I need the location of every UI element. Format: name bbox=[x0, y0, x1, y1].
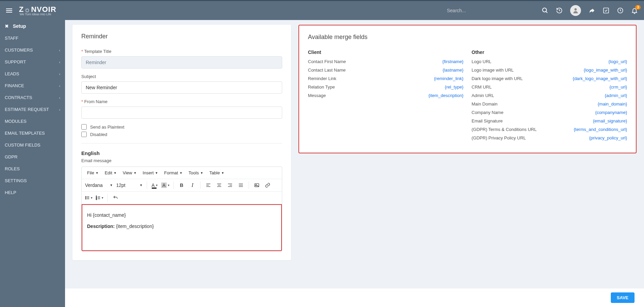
sidebar-item-modules[interactable]: MODULES bbox=[0, 115, 65, 127]
merge-field-token[interactable]: {logo_image_with_url} bbox=[584, 68, 627, 73]
merge-field-token[interactable]: {reminder_link} bbox=[434, 76, 463, 81]
svg-rect-3 bbox=[604, 8, 609, 13]
brand-logo[interactable]: Z☼NVOIR We Turn Ideas Into Life bbox=[19, 5, 56, 16]
editor-menu-table[interactable]: Table▼ bbox=[207, 169, 227, 177]
sidebar-item-label: MODULES bbox=[5, 119, 26, 124]
merge-field-row: (GDPR) Privacy Policy URL{privacy_policy… bbox=[472, 135, 627, 140]
sidebar-item-customers[interactable]: CUSTOMERS‹ bbox=[0, 44, 65, 56]
merge-field-token[interactable]: {crm_url} bbox=[609, 84, 627, 90]
editor-menu-insert[interactable]: Insert▼ bbox=[140, 169, 161, 177]
merge-field-name: Relation Type bbox=[308, 84, 335, 90]
clock-icon[interactable] bbox=[617, 7, 624, 14]
merge-client-heading: Client bbox=[308, 50, 463, 55]
merge-field-row: Reminder Link{reminder_link} bbox=[308, 76, 463, 81]
sidebar-item-custom-fields[interactable]: CUSTOM FIELDS bbox=[0, 139, 65, 151]
sidebar-item-settings[interactable]: SETTINGS bbox=[0, 175, 65, 187]
subject-input[interactable] bbox=[81, 81, 282, 94]
merge-field-token[interactable]: {item_description} bbox=[429, 93, 463, 98]
sidebar-item-label: EMAIL TEMPLATES bbox=[5, 131, 45, 136]
editor-menu-edit[interactable]: Edit▼ bbox=[102, 169, 119, 177]
send-plaintext-checkbox[interactable] bbox=[81, 124, 87, 130]
align-center-button[interactable] bbox=[214, 180, 224, 190]
sidebar-item-label: ROLES bbox=[5, 166, 20, 171]
link-button[interactable] bbox=[263, 180, 273, 190]
sidebar-item-support[interactable]: SUPPORT‹ bbox=[0, 56, 65, 68]
editor-menu-file[interactable]: File▼ bbox=[84, 169, 101, 177]
share-icon[interactable] bbox=[588, 7, 595, 14]
merge-field-row: Admin URL{admin_url} bbox=[472, 93, 627, 98]
merge-field-token[interactable]: {firstname} bbox=[442, 59, 463, 64]
font-family-select[interactable]: Verdana▼ bbox=[84, 183, 114, 188]
svg-point-2 bbox=[575, 8, 577, 11]
font-size-select[interactable]: 12pt▼ bbox=[115, 183, 144, 188]
sidebar-item-label: FINANCE bbox=[5, 83, 24, 88]
merge-fields-panel: Available merge fields Client Contact Fi… bbox=[298, 25, 637, 153]
disabled-checkbox[interactable] bbox=[81, 132, 87, 137]
numbered-list-button[interactable]: 123▼ bbox=[95, 193, 105, 203]
merge-field-token[interactable]: {main_domain} bbox=[598, 101, 627, 107]
sidebar-item-contracts[interactable]: CONTRACTS‹ bbox=[0, 92, 65, 103]
bg-color-button[interactable]: A▼ bbox=[161, 180, 171, 190]
align-left-button[interactable] bbox=[203, 180, 213, 190]
save-button[interactable]: SAVE bbox=[611, 292, 635, 303]
merge-field-token[interactable]: {admin_url} bbox=[605, 93, 627, 98]
merge-field-row: Dark logo image with URL{dark_logo_image… bbox=[472, 76, 627, 81]
sidebar-item-email-templates[interactable]: EMAIL TEMPLATES bbox=[0, 127, 65, 139]
search-icon[interactable] bbox=[542, 7, 548, 14]
font-color-button[interactable]: A▼ bbox=[150, 180, 160, 190]
merge-field-name: Reminder Link bbox=[308, 76, 336, 81]
undo-button[interactable] bbox=[110, 193, 121, 203]
sidebar-item-staff[interactable]: STAFF bbox=[0, 32, 65, 44]
editor-menu-tools[interactable]: Tools▼ bbox=[186, 169, 206, 177]
editor-body[interactable]: Hi {contact_name} Description: {item_des… bbox=[82, 204, 282, 251]
merge-other-heading: Other bbox=[472, 50, 627, 55]
sidebar-item-help[interactable]: HELP bbox=[0, 187, 65, 198]
from-name-input[interactable] bbox=[81, 107, 282, 119]
sidebar-item-label: CUSTOM FIELDS bbox=[5, 142, 40, 148]
sidebar-item-label: GDPR bbox=[5, 154, 18, 159]
avatar[interactable] bbox=[570, 5, 581, 16]
sidebar-item-label: CONTRACTS bbox=[5, 95, 32, 100]
align-right-button[interactable] bbox=[225, 180, 235, 190]
close-setup-icon[interactable]: ✖ bbox=[5, 23, 9, 29]
menu-toggle-icon[interactable] bbox=[6, 7, 12, 14]
align-justify-button[interactable] bbox=[236, 180, 246, 190]
sidebar-item-label: STAFF bbox=[5, 36, 18, 41]
merge-field-name: Logo image with URL bbox=[472, 68, 514, 73]
bullet-list-button[interactable]: ▼ bbox=[84, 193, 94, 203]
merge-field-name: Admin URL bbox=[472, 93, 494, 98]
check-icon[interactable] bbox=[603, 7, 609, 14]
sidebar-item-label: CUSTOMERS bbox=[5, 47, 33, 53]
merge-field-row: Logo image with URL{logo_image_with_url} bbox=[472, 68, 627, 73]
merge-field-row: CRM URL{crm_url} bbox=[472, 84, 627, 90]
sidebar-item-leads[interactable]: LEADS‹ bbox=[0, 68, 65, 80]
italic-button[interactable]: I bbox=[187, 180, 198, 190]
search-input[interactable] bbox=[447, 8, 535, 13]
setup-heading: Setup bbox=[13, 23, 26, 29]
sidebar-item-estimate-request[interactable]: ESTIMATE REQUEST‹ bbox=[0, 103, 65, 115]
sidebar-item-gdpr[interactable]: GDPR bbox=[0, 151, 65, 163]
merge-field-token[interactable]: {terms_and_conditions_url} bbox=[574, 127, 627, 132]
bell-icon[interactable]: 3 bbox=[631, 7, 638, 14]
merge-field-token[interactable]: {rel_type} bbox=[445, 84, 463, 90]
save-bar: SAVE bbox=[65, 288, 644, 307]
chevron-left-icon: ‹ bbox=[59, 48, 60, 52]
merge-field-token[interactable]: {companyname} bbox=[595, 110, 627, 115]
merge-field-name: Contact Last Name bbox=[308, 68, 346, 73]
merge-field-token[interactable]: {logo_url} bbox=[608, 59, 627, 64]
sidebar-item-finance[interactable]: FINANCE‹ bbox=[0, 80, 65, 92]
merge-field-token[interactable]: {email_signature} bbox=[593, 118, 627, 123]
bold-button[interactable]: B bbox=[176, 180, 187, 190]
merge-field-name: (GDPR) Privacy Policy URL bbox=[472, 135, 526, 140]
history-icon[interactable] bbox=[556, 7, 563, 14]
editor-menu-format[interactable]: Format▼ bbox=[162, 169, 185, 177]
merge-field-name: Company Name bbox=[472, 110, 503, 115]
template-title-input[interactable] bbox=[81, 56, 282, 69]
merge-field-token[interactable]: {privacy_policy_url} bbox=[589, 135, 627, 140]
editor-menu-view[interactable]: View▼ bbox=[120, 169, 139, 177]
sidebar-item-roles[interactable]: ROLES bbox=[0, 163, 65, 175]
editor-line: Hi {contact_name} bbox=[87, 211, 276, 219]
image-button[interactable] bbox=[252, 180, 262, 190]
merge-field-token[interactable]: {dark_logo_image_with_url} bbox=[573, 76, 627, 81]
merge-field-token[interactable]: {lastname} bbox=[443, 68, 463, 73]
